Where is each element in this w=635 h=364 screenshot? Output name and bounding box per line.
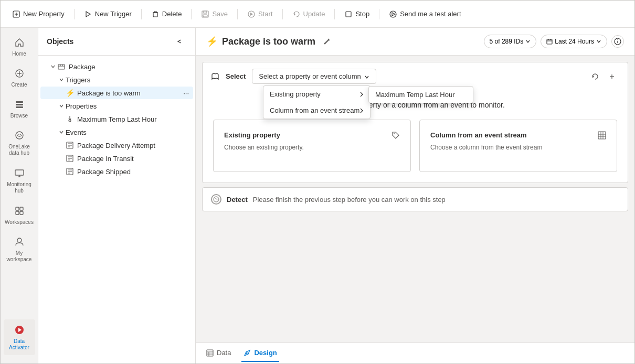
svg-rect-11 [346,12,351,17]
package-icon [57,62,66,71]
time-filter-button[interactable]: Last 24 Hours [541,35,607,48]
sep6 [334,9,335,19]
sidebar-item-browse[interactable]: Browse [4,94,35,123]
select-row: Select Select a property or event column [203,62,628,90]
tree-item-trigger-warm[interactable]: ⚡ Package is too warm ··· [40,87,193,99]
sidebar-item-create[interactable]: Create [4,63,35,92]
workspaces-icon [13,205,26,217]
chevron-down-icon [364,72,369,80]
svg-point-20 [16,132,23,139]
svg-marker-3 [86,12,90,17]
content-area: ⚡ Package is too warm 5 of 289 IDs Last … [196,28,634,363]
browse-icon [13,98,26,111]
toolbar: New Property New Trigger Delete Save [1,1,634,28]
tree-item-package[interactable]: Package [40,60,193,73]
sidebar-item-home[interactable]: Home [4,32,35,61]
update-icon [292,10,301,18]
grid-icon [598,131,606,140]
svg-rect-24 [16,207,19,210]
home-icon [13,36,26,49]
event-stream-option[interactable]: Column from an event stream [263,102,370,119]
chevron-down-icon [57,128,66,136]
svg-rect-7 [203,15,207,17]
test-alert-icon [389,10,397,18]
svg-rect-4 [153,13,157,17]
edit-title-button[interactable] [320,34,334,49]
sidebar-item-packages[interactable]: Data Activator [4,319,35,355]
sidebar-item-myworkspace[interactable]: My workspace [4,231,35,267]
chevron-down-icon [57,76,66,84]
svg-rect-31 [58,65,65,69]
option-cards-row: Existing property Choose an existing pro… [213,120,617,172]
sep4 [237,9,238,19]
event-stream-desc: Choose a column from the event stream [430,144,606,151]
tree-item-triggers[interactable]: Triggers [40,73,193,86]
delete-button[interactable]: Delete [146,7,187,22]
canvas-area: Select Select a property or event column [196,56,634,342]
chevron-down-icon [57,102,66,110]
info-button[interactable] [611,35,624,48]
property-icon [66,115,74,123]
test-alert-button[interactable]: Send me a test alert [384,7,466,22]
svg-point-54 [617,39,618,40]
tree-item-properties[interactable]: Properties [40,100,193,112]
sidebar-item-workspaces[interactable]: Workspaces [4,200,35,229]
sidebar-item-monitoring[interactable]: Monitoring hub [4,163,35,198]
save-button[interactable]: Save [196,7,233,22]
tree-item-events[interactable]: Events [40,126,193,138]
objects-panel: Objects Package [38,28,196,363]
svg-rect-25 [20,207,23,210]
tree-item-property-max-temp[interactable]: Maximum Temp Last Hour [40,113,193,125]
max-temp-option[interactable]: Maximum Temp Last Hour [369,87,473,103]
svg-point-58 [394,133,395,134]
ids-filter-button[interactable]: 5 of 289 IDs [484,35,537,48]
myworkspace-icon [13,235,26,248]
expand-button[interactable] [605,69,619,84]
content-controls: 5 of 289 IDs Last 24 Hours [484,35,624,48]
property-column-dropdown[interactable]: Select a property or event column [252,69,376,84]
event-icon [66,167,74,176]
new-trigger-button[interactable]: New Trigger [79,7,137,22]
svg-marker-13 [392,13,395,16]
refresh-button[interactable] [588,69,602,84]
tab-design[interactable]: Design [241,345,279,362]
existing-property-desc: Choose an existing property. [224,144,400,151]
sep3 [191,9,192,19]
create-icon [13,67,26,80]
event-icon [66,154,74,163]
new-property-button[interactable]: New Property [7,7,70,22]
new-property-icon [12,10,20,18]
update-button[interactable]: Update [287,7,331,22]
sidebar: Home Create Browse OneLake data hub [1,28,38,363]
sep5 [282,9,283,19]
svg-point-64 [214,197,219,202]
more-options-icon[interactable]: ··· [183,89,189,97]
detect-card: Detect Please finish the previous step b… [202,187,628,211]
tree-item-event-delivery[interactable]: Package Delivery Attempt [40,139,193,152]
tree-item-event-shipped[interactable]: Package Shipped [40,165,193,178]
tab-data[interactable]: Data [204,345,233,362]
bottom-tabs: Data Design [196,342,634,363]
svg-rect-6 [204,11,207,13]
objects-tree: Package Triggers ⚡ Package is too warm ·… [38,56,195,363]
tag-icon [391,131,400,140]
start-button[interactable]: Start [242,7,278,22]
start-icon [247,10,256,18]
delete-icon [151,10,160,18]
collapse-panel-button[interactable] [172,34,187,49]
svg-marker-55 [592,75,594,78]
content-header: ⚡ Package is too warm 5 of 289 IDs Last … [196,28,634,56]
event-stream-card[interactable]: Column from an event stream Choose a col… [419,120,617,172]
sidebar-item-onelake[interactable]: OneLake data hub [4,125,35,160]
tree-item-event-transit[interactable]: Package In Transit [40,152,193,165]
title-lightning-icon: ⚡ [206,36,218,47]
svg-marker-10 [294,13,295,16]
onelake-icon [13,129,26,142]
svg-rect-65 [207,350,213,356]
objects-header: Objects [38,28,195,56]
existing-property-card-header: Existing property [224,131,400,140]
stop-button[interactable]: Stop [339,7,375,22]
existing-property-option[interactable]: Existing property Maximum Temp Last Hour [263,86,370,102]
svg-rect-48 [547,39,552,44]
existing-property-card[interactable]: Existing property Choose an existing pro… [213,120,411,172]
